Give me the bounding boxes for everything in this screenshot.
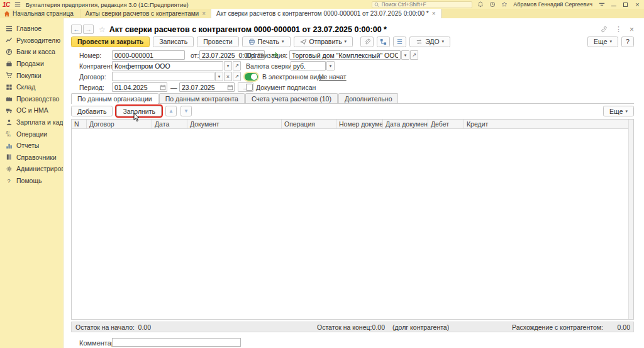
close-window-button[interactable]: ×	[633, 1, 641, 8]
balance-begin-value: 0.00	[121, 323, 151, 331]
sidebar-item-administrirovanie[interactable]: Администрирование	[0, 163, 63, 175]
column-header[interactable]: Кредит	[464, 120, 628, 128]
sidebar-item-prodazhi[interactable]: Продажи	[0, 58, 63, 70]
global-search[interactable]	[372, 1, 472, 8]
print-button[interactable]: Печать▾	[242, 36, 291, 47]
post-and-close-button[interactable]: Провести и закрыть	[71, 36, 150, 47]
period-from-input[interactable]	[112, 82, 167, 92]
more-vertical-icon[interactable]: ⋮	[615, 25, 622, 33]
get-link-icon[interactable]	[601, 26, 608, 33]
contract-clear-icon[interactable]: ×	[224, 72, 232, 81]
organization-dropdown-icon[interactable]: ▾	[401, 50, 409, 60]
notifications-bell-icon[interactable]	[476, 1, 484, 8]
truck-icon	[5, 107, 13, 114]
table-more-button[interactable]: Еще▾	[603, 106, 634, 116]
sidebar-item-proizvodstvo[interactable]: Производство	[0, 93, 63, 105]
document-fields: Номер: от: Организация: ▾ ↗ Контрагент: …	[71, 48, 634, 91]
counterparty-input[interactable]	[112, 61, 223, 70]
dashboard-chart-icon	[5, 36, 13, 43]
totals-bar: Остаток на начало: 0.00 Остаток на конец…	[71, 322, 634, 332]
table-header-row: N Договор Дата Документ Операция Номер д…	[72, 120, 633, 129]
restore-button[interactable]	[621, 1, 630, 8]
document-lines-table[interactable]: N Договор Дата Документ Операция Номер д…	[71, 119, 634, 320]
contract-input[interactable]	[112, 72, 214, 81]
currency-dropdown-icon[interactable]: ▾	[326, 61, 335, 70]
tab-accounts[interactable]: Счета учета расчетов (10)	[245, 93, 338, 103]
tab-act-document[interactable]: Акт сверки расчетов с контрагентом 0000-…	[211, 9, 441, 18]
column-header[interactable]: Дата документа	[383, 120, 428, 128]
move-row-down-button[interactable]: ▼	[180, 106, 192, 116]
move-row-up-button[interactable]: ▲	[165, 106, 177, 116]
tab-acts-list[interactable]: Акты сверки расчетов с контрагентами ×	[80, 9, 211, 18]
sidebar-item-label: Покупки	[16, 72, 42, 79]
close-tab-icon[interactable]: ×	[432, 10, 436, 17]
help-icon: ?	[5, 177, 13, 184]
sidebar-item-zarplata-kadry[interactable]: Зарплата и кадры	[0, 116, 63, 128]
document-movements-icon[interactable]	[393, 36, 406, 47]
column-header[interactable]: Документ	[187, 120, 282, 128]
column-header[interactable]: Номер документа	[336, 120, 383, 128]
tab-by-counterparty[interactable]: По данным контрагента	[159, 93, 245, 103]
form-view-tabs: По данным организации По данным контраге…	[71, 94, 634, 104]
favorite-star-icon[interactable]: ☆	[99, 25, 106, 34]
contract-dropdown-icon[interactable]: ▾	[215, 72, 223, 81]
comment-input[interactable]	[112, 338, 241, 347]
close-document-icon[interactable]: ×	[630, 25, 634, 34]
currency-input[interactable]	[291, 61, 326, 70]
counterparty-dropdown-icon[interactable]: ▾	[224, 61, 232, 70]
sidebar-item-pomosch[interactable]: ? Помощь	[0, 175, 63, 187]
column-header[interactable]: Дата	[152, 120, 187, 128]
signed-checkbox[interactable]	[246, 84, 253, 91]
organization-open-icon[interactable]: ↗	[410, 50, 418, 60]
sidebar-item-otchety[interactable]: Отчеты	[0, 140, 63, 152]
column-header[interactable]: Операция	[282, 120, 336, 128]
history-clock-icon[interactable]	[488, 1, 496, 8]
vertical-scrollbar[interactable]	[628, 120, 633, 319]
related-documents-icon[interactable]	[377, 36, 390, 47]
attachments-paperclip-icon[interactable]	[360, 36, 374, 47]
forward-arrow-button[interactable]: →	[83, 25, 94, 34]
send-button[interactable]: Отправить▾	[294, 36, 353, 47]
electronic-toggle[interactable]	[245, 73, 258, 81]
tab-by-organization[interactable]: По данным организации	[71, 93, 158, 104]
sidebar-item-spravochniki[interactable]: Справочники	[0, 152, 63, 164]
bank-coin-icon	[5, 48, 13, 55]
help-button[interactable]: ?	[621, 36, 634, 47]
sidebar-item-os-nma[interactable]: ОС и НМА	[0, 104, 63, 116]
sidebar-item-operacii[interactable]: ДтКт Операции	[0, 128, 63, 140]
back-arrow-button[interactable]: ←	[71, 25, 82, 34]
save-button[interactable]: Записать	[153, 36, 194, 47]
service-menu-icon[interactable]	[597, 1, 606, 8]
tab-additional[interactable]: Дополнительно	[338, 93, 399, 103]
books-icon	[5, 154, 13, 160]
sidebar-item-bank-kassa[interactable]: Банк и касса	[0, 46, 63, 58]
number-input[interactable]	[112, 50, 185, 60]
period-to-input[interactable]	[179, 82, 235, 92]
search-input[interactable]	[382, 1, 470, 8]
sidebar-item-label: Главное	[16, 25, 42, 32]
organization-input[interactable]	[289, 50, 401, 60]
sidebar-item-glavnoe[interactable]: Главное	[0, 23, 63, 35]
favorites-star-icon[interactable]	[500, 1, 508, 8]
column-header[interactable]: N	[72, 120, 87, 128]
contract-open-icon[interactable]: ↗	[233, 72, 241, 81]
column-header[interactable]: Дебет	[428, 120, 464, 128]
sidebar-item-rukovoditelyu[interactable]: Руководителю	[0, 35, 63, 47]
close-tab-icon[interactable]: ×	[202, 10, 206, 17]
edo-button[interactable]: ЭДО▾	[409, 36, 450, 47]
counterparty-open-icon[interactable]: ↗	[233, 61, 241, 70]
more-button[interactable]: Еще▾	[587, 36, 618, 47]
period-label: Период:	[79, 84, 104, 91]
post-button[interactable]: Провести	[197, 36, 238, 47]
tab-home[interactable]: Начальная страница	[0, 9, 80, 18]
minimize-button[interactable]	[609, 1, 618, 8]
column-header[interactable]: Договор	[87, 120, 152, 128]
tab-label: Акт сверки расчетов с контрагентом 0000-…	[216, 10, 429, 17]
add-row-button[interactable]: Добавить	[71, 106, 113, 116]
electronic-status-link[interactable]: Не начат	[319, 73, 347, 81]
current-user-name[interactable]: Абрамов Геннадий Сергеевич	[513, 1, 592, 8]
from-label: от:	[191, 52, 199, 59]
sidebar-item-pokupki[interactable]: Покупки	[0, 69, 63, 81]
main-menu-icon[interactable]	[14, 1, 22, 8]
sidebar-item-sklad[interactable]: Склад	[0, 81, 63, 93]
